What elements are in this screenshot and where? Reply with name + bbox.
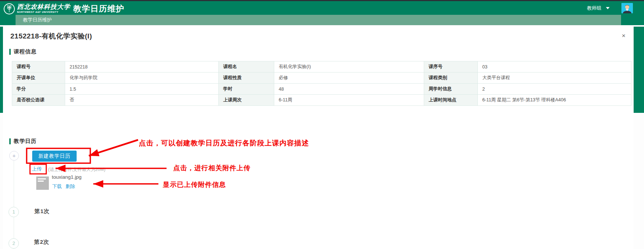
course-field-label: 课程性质	[219, 73, 274, 84]
course-field-label: 学时	[219, 84, 274, 95]
course-field-label: 是否校公选课	[12, 95, 65, 106]
course-title: 2152218-有机化学实验(I)	[10, 31, 92, 41]
course-info-heading: 课程信息	[9, 48, 37, 55]
annotation-text-create: 点击，可以创建教学日历及进行各阶段上课内容描述	[139, 138, 309, 148]
course-field-label: 学分	[12, 84, 65, 95]
calendar-heading: 教学日历	[9, 138, 37, 145]
university-name-zh: 西北农林科技大学	[17, 3, 70, 10]
course-field-value: 2152218	[65, 61, 219, 73]
session-1-label[interactable]: 第1次	[34, 208, 50, 215]
annotation-arrow-create	[89, 140, 138, 156]
upload-link[interactable]: 上传	[32, 166, 42, 172]
course-field-value: 6-11周 星期二 第6节-第13节 理科楼A406	[478, 95, 631, 106]
section-bar	[9, 49, 11, 55]
course-field-label: 周学时信息	[424, 84, 478, 95]
file-icon	[36, 176, 49, 190]
attachment-file-name: touxiang1.jpg	[52, 174, 81, 180]
close-icon[interactable]: ×	[620, 32, 628, 40]
annotation-text-upload: 点击，进行相关附件上传	[173, 164, 251, 172]
course-info-table: 课程号 2152218 课程名 有机化学实验(I) 课序号 03 开课单位 化学…	[12, 61, 631, 106]
annotation-overlay	[3, 27, 634, 249]
chevron-down-icon[interactable]	[606, 7, 610, 9]
timeline-plus-node[interactable]: +	[9, 151, 19, 161]
new-calendar-button[interactable]: 新建教学日历	[32, 151, 77, 162]
app-header: 西北农林科技大学 NORTHWEST A&F UNIVERSITY 教学日历维护…	[0, 1, 644, 15]
course-field-value: 必修	[274, 73, 424, 84]
course-field-label: 开课单位	[12, 73, 65, 84]
course-detail-panel: 2152218-有机化学实验(I) × 课程信息 课程号 2152218 课程名…	[3, 27, 634, 249]
timeline-node-1[interactable]: 1	[9, 207, 19, 217]
page: 西北农林科技大学 NORTHWEST A&F UNIVERSITY 教学日历维护…	[0, 0, 644, 249]
university-name-en: NORTHWEST A&F UNIVERSITY	[17, 11, 70, 13]
session-2-label[interactable]: 第2次	[34, 239, 49, 246]
university-logo-icon	[3, 3, 15, 15]
attachment-actions: 下载 删除	[52, 183, 75, 190]
course-field-value: 有机化学实验(I)	[274, 61, 424, 73]
course-field-value: 1.5	[65, 84, 219, 95]
course-field-value: 03	[478, 61, 631, 73]
user-group-menu[interactable]: 教师组	[587, 5, 601, 11]
table-row: 学分 1.5 学时 48 周学时信息 2	[12, 84, 631, 95]
course-field-value: 化学与药学院	[65, 73, 219, 84]
table-row: 是否校公选课 否 上课周次 6-11周 上课时间地点 6-11周 星期二 第6节…	[12, 95, 631, 106]
course-field-label: 课序号	[424, 61, 478, 73]
avatar[interactable]	[621, 3, 633, 13]
university-name: 西北农林科技大学 NORTHWEST A&F UNIVERSITY	[17, 3, 70, 13]
course-field-value: 6-11周	[274, 95, 424, 106]
course-field-value: 大类平台课程	[478, 73, 631, 84]
delete-link[interactable]: 删除	[66, 183, 75, 190]
page-title: 教学日历维护	[73, 3, 124, 14]
course-field-label: 课程名	[219, 61, 274, 73]
course-field-value: 否	[65, 95, 219, 106]
tab-teaching-calendar[interactable]: 教学日历维护	[16, 15, 59, 25]
course-field-label: 上课时间地点	[424, 95, 478, 106]
course-field-value: 2	[478, 84, 631, 95]
download-link[interactable]: 下载	[52, 183, 62, 190]
annotation-text-file: 显示已上传附件信息	[163, 180, 226, 189]
course-field-label: 上课周次	[219, 95, 274, 106]
table-row: 开课单位 化学与药学院 课程性质 必修 课程类别 大类平台课程	[12, 73, 631, 84]
tab-bar: 教学日历维护	[16, 15, 621, 25]
timeline-node-2[interactable]: 2	[9, 238, 19, 249]
course-field-value: 48	[274, 84, 424, 95]
section-bar	[9, 138, 11, 144]
course-field-label: 课程号	[12, 61, 65, 73]
timeline-line	[14, 161, 14, 249]
header-user-area: 教师组	[587, 1, 633, 15]
table-row: 课程号 2152218 课程名 有机化学实验(I) 课序号 03	[12, 61, 631, 73]
course-field-label: 课程类别	[424, 73, 478, 84]
upload-hint-text: (请上传附件,文件最大为20M)	[48, 166, 105, 173]
